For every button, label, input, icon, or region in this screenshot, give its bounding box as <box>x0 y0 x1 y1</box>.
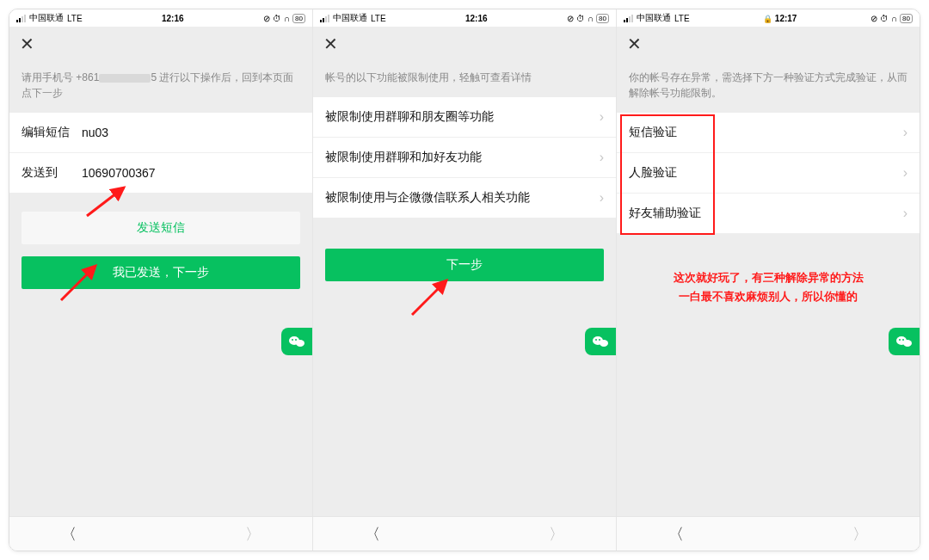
next-step-button[interactable]: 我已发送，下一步 <box>22 256 300 289</box>
browser-nav: 〈 〉 <box>9 516 312 551</box>
status-bar: 中国联通 LTE 🔒 12:17 ⊘ ⏱ ∩ 80 <box>617 9 920 27</box>
rotation-lock-icon: ⊘ <box>567 14 574 23</box>
screen-restrictions: 中国联通 LTE 12:16 ⊘ ⏱ ∩ 80 ✕ 帐号的以下功能被限制使用，轻… <box>313 9 617 551</box>
instruction-text: 请用手机号 +8615 进行以下操作后，回到本页面点下一步 <box>9 61 312 113</box>
forward-icon[interactable]: 〉 <box>245 524 261 545</box>
headphone-icon: ∩ <box>891 14 897 23</box>
send-sms-button[interactable]: 发送短信 <box>22 212 300 244</box>
svg-point-10 <box>599 339 600 341</box>
status-bar: 中国联通 LTE 12:16 ⊘ ⏱ ∩ 80 <box>313 9 616 27</box>
row-send-to: 发送到 10690700367 <box>9 153 312 193</box>
item-label: 被限制使用与企微微信联系人相关功能 <box>325 190 530 206</box>
chevron-right-icon: › <box>903 125 907 140</box>
item-label: 好友辅助验证 <box>629 206 701 221</box>
instruction-text: 帐号的以下功能被限制使用，轻触可查看详情 <box>313 61 616 97</box>
svg-point-13 <box>899 339 901 341</box>
rotation-lock-icon: ⊘ <box>871 14 877 23</box>
network-label: LTE <box>674 14 690 23</box>
lock-icon: 🔒 <box>763 15 772 23</box>
close-icon[interactable]: ✕ <box>20 34 34 54</box>
network-label: LTE <box>371 14 386 23</box>
verify-method-list: 短信验证 › 人脸验证 › 好友辅助验证 › <box>617 113 920 234</box>
verify-friend[interactable]: 好友辅助验证 › <box>617 194 920 234</box>
browser-nav: 〈 〉 <box>313 516 616 551</box>
svg-point-3 <box>296 340 305 347</box>
battery-icon: 80 <box>596 14 609 23</box>
item-label: 被限制使用群聊和加好友功能 <box>325 150 482 165</box>
restriction-item[interactable]: 被限制使用与企微微信联系人相关功能 › <box>313 178 616 218</box>
forward-icon[interactable]: 〉 <box>549 524 564 545</box>
nav-bar: ✕ <box>9 27 312 61</box>
item-label: 被限制使用群聊和朋友圈等功能 <box>325 109 494 125</box>
svg-point-8 <box>600 340 608 347</box>
clock: 12:16 <box>162 14 184 23</box>
network-label: LTE <box>67 14 83 23</box>
chevron-right-icon: › <box>600 150 604 165</box>
svg-point-14 <box>902 339 904 341</box>
screen-verify-methods: 中国联通 LTE 🔒 12:17 ⊘ ⏱ ∩ 80 ✕ 你的帐号存在异常，需选择… <box>617 9 920 551</box>
carrier-label: 中国联通 <box>333 12 367 24</box>
carrier-label: 中国联通 <box>637 12 671 24</box>
verify-sms[interactable]: 短信验证 › <box>617 113 920 153</box>
chevron-right-icon: › <box>903 206 907 221</box>
chevron-right-icon: › <box>903 165 907 181</box>
back-icon[interactable]: 〈 <box>61 524 77 545</box>
alarm-icon: ⏱ <box>880 14 889 23</box>
svg-line-6 <box>412 280 446 315</box>
alarm-icon: ⏱ <box>576 14 585 23</box>
close-icon[interactable]: ✕ <box>627 34 642 54</box>
row-label: 发送到 <box>22 165 82 181</box>
battery-icon: 80 <box>900 14 913 23</box>
svg-point-12 <box>903 340 912 347</box>
sms-info-list: 编辑短信 nu03 发送到 10690700367 <box>9 113 312 193</box>
verify-face[interactable]: 人脸验证 › <box>617 153 920 194</box>
clock: 🔒 12:17 <box>763 14 797 23</box>
row-value: nu03 <box>82 126 108 139</box>
clock: 12:16 <box>465 14 488 23</box>
rotation-lock-icon: ⊘ <box>263 14 270 23</box>
back-icon[interactable]: 〈 <box>668 524 684 545</box>
chevron-right-icon: › <box>600 190 604 206</box>
carrier-label: 中国联通 <box>29 12 64 24</box>
item-label: 短信验证 <box>629 125 677 140</box>
next-step-button[interactable]: 下一步 <box>325 249 604 281</box>
item-label: 人脸验证 <box>629 165 677 181</box>
chevron-right-icon: › <box>600 109 604 125</box>
battery-icon: 80 <box>292 14 305 23</box>
row-edit-sms: 编辑短信 nu03 <box>9 113 312 153</box>
signal-icon <box>624 15 633 22</box>
nav-bar: ✕ <box>617 27 920 61</box>
headphone-icon: ∩ <box>588 14 594 23</box>
status-bar: 中国联通 LTE 12:16 ⊘ ⏱ ∩ 80 <box>9 9 312 27</box>
restriction-list: 被限制使用群聊和朋友圈等功能 › 被限制使用群聊和加好友功能 › 被限制使用与企… <box>313 97 616 218</box>
browser-nav: 〈 〉 <box>617 516 920 551</box>
screen-sms-verify: 中国联通 LTE 12:16 ⊘ ⏱ ∩ 80 ✕ 请用手机号 +8615 进行… <box>9 9 313 551</box>
headphone-icon: ∩ <box>284 14 290 23</box>
wechat-float-icon[interactable] <box>889 328 920 355</box>
row-value: 10690700367 <box>82 166 156 180</box>
restriction-item[interactable]: 被限制使用群聊和加好友功能 › <box>313 138 616 178</box>
wechat-float-icon[interactable] <box>585 328 616 355</box>
close-icon[interactable]: ✕ <box>323 34 338 54</box>
svg-point-9 <box>595 339 597 341</box>
svg-point-5 <box>295 339 297 341</box>
row-label: 编辑短信 <box>22 125 82 140</box>
instruction-text: 你的帐号存在异常，需选择下方一种验证方式完成验证，从而解除帐号功能限制。 <box>617 61 920 113</box>
annotation-text: 这次就好玩了，有三种解除异常的方法 一白最不喜欢麻烦别人，所以你懂的 <box>617 234 920 306</box>
svg-point-4 <box>292 339 293 341</box>
nav-bar: ✕ <box>313 27 616 61</box>
signal-icon <box>16 15 26 22</box>
back-icon[interactable]: 〈 <box>365 524 380 545</box>
signal-icon <box>320 15 329 22</box>
wechat-float-icon[interactable] <box>281 328 312 355</box>
masked-phone <box>99 74 151 83</box>
restriction-item[interactable]: 被限制使用群聊和朋友圈等功能 › <box>313 97 616 138</box>
alarm-icon: ⏱ <box>273 14 281 23</box>
forward-icon[interactable]: 〉 <box>852 524 868 545</box>
